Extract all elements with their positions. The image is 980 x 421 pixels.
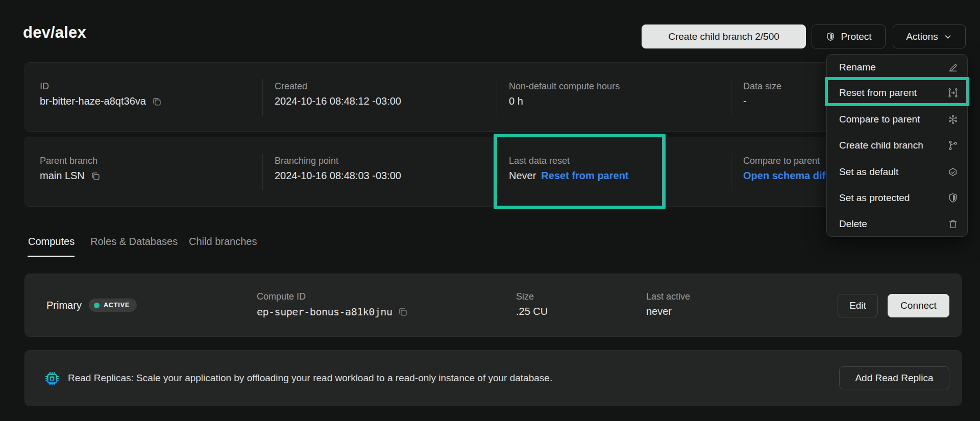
copy-icon[interactable] xyxy=(397,306,408,317)
protect-label: Protect xyxy=(841,31,871,42)
tab-computes[interactable]: Computes xyxy=(28,236,75,247)
divider xyxy=(497,154,497,190)
reset-from-parent-link[interactable]: Reset from parent xyxy=(541,170,628,182)
status-dot-icon xyxy=(94,303,100,308)
last-data-reset-value: Never xyxy=(509,170,536,182)
divider xyxy=(731,79,731,116)
last-active-label: Last active xyxy=(646,291,690,302)
menu-item-label: Reset from parent xyxy=(839,87,917,98)
menu-item-create-child-branch[interactable]: Create child branch xyxy=(827,135,967,156)
data-size-value: - xyxy=(743,95,747,107)
menu-item-rename[interactable]: Rename xyxy=(827,57,967,78)
git-branch-icon xyxy=(947,140,959,151)
menu-item-reset-from-parent[interactable]: Reset from parent xyxy=(827,83,967,103)
copy-icon[interactable] xyxy=(151,96,162,107)
compute-name: Primary xyxy=(46,300,82,311)
reset-icon xyxy=(947,87,959,98)
divider xyxy=(497,79,497,116)
parent-branch-value: main LSN xyxy=(40,170,85,182)
menu-item-set-as-default[interactable]: Set as default xyxy=(827,162,967,182)
last-active-value: never xyxy=(646,306,672,317)
protect-button[interactable]: Protect xyxy=(812,24,886,48)
open-schema-diff-link[interactable]: Open schema diff xyxy=(743,170,829,182)
edit-button[interactable]: Edit xyxy=(838,294,878,317)
page-title: dev/alex xyxy=(23,23,86,42)
read-replicas-message: Read Replicas: Scale your application by… xyxy=(68,373,552,384)
branch-details-card: Parent branch main LSN Branching point 2… xyxy=(24,137,962,207)
actions-button[interactable]: Actions xyxy=(893,24,966,48)
create-child-branch-button[interactable]: Create child branch 2/500 xyxy=(642,24,806,48)
menu-item-label: Create child branch xyxy=(839,140,923,151)
connect-button[interactable]: Connect xyxy=(888,294,949,317)
id-label: ID xyxy=(40,81,49,92)
schema-compare-icon xyxy=(947,114,959,125)
compute-id-label: Compute ID xyxy=(257,291,306,302)
add-read-replica-button[interactable]: Add Read Replica xyxy=(839,366,949,389)
created-label: Created xyxy=(275,81,307,92)
created-value: 2024-10-16 08:48:12 -03:00 xyxy=(275,95,401,107)
badge-check-icon xyxy=(947,166,959,178)
pencil-icon xyxy=(947,62,959,73)
menu-item-delete[interactable]: Delete xyxy=(827,214,967,234)
compute-row: Primary ACTIVE Compute ID ep-super-bonus… xyxy=(24,274,962,337)
compute-hours-label: Non-default compute hours xyxy=(509,81,620,92)
active-tab-underline xyxy=(28,256,75,257)
divider xyxy=(262,79,263,116)
actions-dropdown-menu: Rename Reset from parent Compare to pare… xyxy=(826,54,968,237)
tab-roles-databases[interactable]: Roles & Databases xyxy=(90,236,178,247)
copy-icon[interactable] xyxy=(90,170,101,182)
compute-id-value: ep-super-bonus-a81k0jnu xyxy=(257,306,392,318)
size-value: .25 CU xyxy=(516,306,548,317)
divider xyxy=(731,154,731,190)
menu-item-label: Delete xyxy=(839,218,867,230)
branching-point-value: 2024-10-16 08:48:03 -03:00 xyxy=(275,170,401,182)
id-value: br-bitter-haze-a8qt36va xyxy=(40,95,146,107)
shield-half-icon xyxy=(947,192,959,204)
trash-icon xyxy=(947,218,959,230)
branching-point-label: Branching point xyxy=(275,156,338,166)
menu-item-label: Rename xyxy=(839,62,876,73)
divider xyxy=(262,154,263,190)
parent-branch-label: Parent branch xyxy=(40,156,97,166)
menu-item-set-as-protected[interactable]: Set as protected xyxy=(827,188,967,208)
read-replicas-row: Read Replicas: Scale your application by… xyxy=(24,350,962,406)
last-data-reset-label: Last data reset xyxy=(509,156,570,166)
chevron-down-icon xyxy=(943,32,952,41)
menu-item-label: Compare to parent xyxy=(839,114,920,125)
compare-to-parent-label: Compare to parent xyxy=(743,156,820,166)
compute-hours-value: 0 h xyxy=(509,95,523,107)
data-size-label: Data size xyxy=(743,81,781,92)
shield-half-icon xyxy=(825,32,836,42)
menu-item-compare-to-parent[interactable]: Compare to parent xyxy=(827,109,967,130)
status-text: ACTIVE xyxy=(104,302,130,309)
create-child-branch-label: Create child branch 2/500 xyxy=(668,31,779,42)
size-label: Size xyxy=(516,291,534,302)
menu-item-label: Set as protected xyxy=(839,192,910,204)
status-badge: ACTIVE xyxy=(89,299,137,312)
actions-label: Actions xyxy=(906,31,938,42)
cpu-chip-icon xyxy=(44,371,60,386)
tab-child-branches[interactable]: Child branches xyxy=(189,236,257,247)
menu-item-label: Set as default xyxy=(839,166,898,178)
branch-overview-card: ID br-bitter-haze-a8qt36va Created 2024-… xyxy=(24,62,962,132)
